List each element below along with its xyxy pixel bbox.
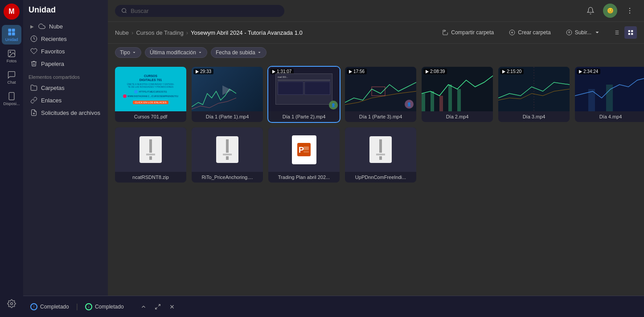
sidebar-item-chat[interactable]: Chat (2, 68, 21, 87)
expand-button[interactable] (152, 301, 163, 312)
share-folder-button[interactable]: Compartir carpeta (437, 27, 499, 38)
sidebar-item-enlaces[interactable]: Enlaces (25, 94, 106, 106)
close-icon (169, 304, 175, 310)
view-list-button[interactable] (610, 26, 623, 39)
sidebar-item-fotos[interactable]: Fotos (2, 46, 21, 66)
notification-button[interactable] (583, 4, 598, 18)
view-grid-button[interactable] (624, 26, 637, 39)
sidebar-item-nube[interactable]: ▶ Nube (25, 20, 106, 33)
breadcrumb-bar: Nube › Cursos de Trading › Yosewym Abril… (108, 22, 644, 44)
sidebar-item-favoritos[interactable]: Favoritos (25, 45, 106, 57)
file-card-dia1p2[interactable]: 1:31:07 mail 300... 👤 (268, 67, 340, 122)
share-icon (442, 29, 448, 36)
sidebar-item-solicitudes[interactable]: Solicitudes de archivos (25, 106, 106, 119)
chart-decoration-5 (498, 67, 570, 111)
file-card-zip2[interactable]: RiTo_PriceAnchoring.... (192, 127, 263, 183)
file-label-dia3: Día 3.mp4 (498, 111, 570, 122)
svg-rect-31 (628, 33, 630, 35)
file-thumb-dia1p3: 17:56 👤 (345, 67, 416, 111)
file-label-zip2: RiTo_PriceAnchoring.... (192, 172, 263, 183)
breadcrumb-nube[interactable]: Nube (115, 29, 129, 36)
cloud-icon (38, 23, 45, 30)
sidebar-item-carpetas[interactable]: Carpetas (25, 81, 106, 94)
file-duration-dia1p1: 29:33 (193, 69, 213, 74)
create-folder-button[interactable]: Crear carpeta (504, 27, 556, 38)
filter-tipo[interactable]: Tipo (115, 47, 141, 58)
svg-rect-41 (606, 85, 613, 111)
chevron-down-ultima-icon (198, 50, 202, 55)
svg-rect-36 (439, 96, 443, 111)
more-menu-button[interactable] (623, 4, 637, 18)
sidebar-item-recientes[interactable]: Recientes (25, 33, 106, 45)
file-row-1: CURSOSDIGITALES 701 ÚNETE A NUESTRA COMU… (115, 67, 637, 122)
search-box[interactable] (115, 5, 284, 17)
svg-rect-32 (631, 33, 633, 35)
breadcrumb-cursos[interactable]: Cursos de Trading (136, 29, 183, 36)
svg-rect-6 (9, 93, 14, 100)
file-card-dia3[interactable]: 2:15:20 Día 3.mp4 (498, 67, 570, 122)
file-label-dia1p3: Día 1 (Parte 3).mp4 (345, 111, 416, 122)
icon-bar: M Unidad Fotos Chat Disposi... (0, 0, 23, 317)
filter-bar: Tipo Última modificación Fecha de subida (108, 44, 644, 61)
file-thumb-cursos701: CURSOSDIGITALES 701 ÚNETE A NUESTRA COMU… (115, 67, 186, 111)
expand-arrow-icon: ▶ (30, 24, 34, 29)
filter-fecha[interactable]: Fecha de subida (211, 47, 267, 58)
svg-point-14 (629, 8, 630, 9)
chart-decoration-4 (422, 67, 493, 111)
svg-point-15 (629, 10, 630, 11)
user-avatar[interactable]: M (4, 4, 20, 20)
file-card-dia4[interactable]: 2:34:24 Día 4.mp4 (575, 67, 644, 122)
file-card-dia1p1[interactable]: 29:33 ▶ Día 1 (Parte 1).mp4 (192, 67, 263, 122)
file-card-dia2[interactable]: 2:08:39 Día 2.mp4 (422, 67, 493, 122)
play-icon (196, 70, 199, 73)
file-label-dia2: Día 2.mp4 (422, 111, 493, 122)
sidebar-item-disposi[interactable]: Disposi... (2, 89, 21, 109)
breadcrumb-sep-1: › (131, 29, 133, 36)
shared-section-label: Elementos compartidos (23, 70, 108, 81)
file-row-2: ncatRSDNT8.zip RiTo_Pri (115, 127, 637, 183)
svg-rect-29 (628, 30, 630, 32)
settings-button[interactable] (2, 294, 21, 313)
file-card-zip3[interactable]: UpPDnnComFreeIndi... (345, 127, 416, 183)
file-thumb-zip3 (345, 127, 416, 172)
file-card-dia1p3[interactable]: 17:56 👤 Día 1 (Parte 3).mp4 (345, 67, 416, 122)
svg-rect-40 (588, 89, 595, 111)
upload-chevron-icon (594, 29, 600, 36)
folder-icon (30, 84, 37, 91)
file-card-cursos701[interactable]: CURSOSDIGITALES 701 ÚNETE A NUESTRA COMU… (115, 67, 186, 122)
chart-decoration-6 (575, 67, 644, 111)
file-label-cursos701: Cursos 701.pdf (115, 111, 186, 122)
list-view-icon (613, 29, 619, 36)
upload-button[interactable]: Subir... (561, 27, 606, 38)
svg-rect-30 (631, 30, 633, 32)
filter-ultima[interactable]: Última modificación (145, 47, 207, 58)
svg-rect-37 (448, 85, 452, 111)
file-card-zip1[interactable]: ncatRSDNT8.zip (115, 127, 186, 183)
trash-icon (30, 60, 37, 67)
link-icon (30, 97, 37, 104)
chat-icon (7, 70, 16, 79)
chevron-down-fecha-icon (257, 50, 262, 55)
grid-view-icon (628, 29, 634, 36)
view-toggle (610, 26, 637, 39)
topbar: 😊 (108, 0, 644, 22)
svg-rect-2 (8, 33, 12, 36)
collapse-button[interactable] (138, 301, 149, 312)
svg-rect-45 (304, 151, 309, 153)
file-thumb-ppt: P (268, 127, 340, 172)
sidebar-item-unidad[interactable]: Unidad (2, 25, 21, 45)
sidebar: Unidad ▶ Nube Recientes Favoritos Papele… (23, 0, 108, 317)
topbar-right: 😊 (583, 4, 637, 18)
breadcrumb-current: Yosewym Abril 2024 - Tutoría Avanzada 1.… (191, 29, 303, 36)
file-card-ppt[interactable]: P Trading Plan abril 202... (268, 127, 340, 183)
breadcrumb-sep-2: › (186, 29, 188, 36)
main-area: 😊 Nube › Cursos de Trading › Yosewym Abr… (108, 0, 644, 317)
close-button[interactable] (167, 301, 177, 312)
svg-point-12 (122, 8, 126, 12)
file-thumb-dia1p2: 1:31:07 mail 300... 👤 (268, 67, 340, 111)
search-input[interactable] (131, 8, 278, 14)
user-avatar-top[interactable]: 😊 (603, 4, 617, 18)
sidebar-title: Unidad (23, 5, 108, 20)
file-label-ppt: Trading Plan abril 202... (268, 172, 340, 183)
sidebar-item-papelera[interactable]: Papelera (25, 57, 106, 70)
